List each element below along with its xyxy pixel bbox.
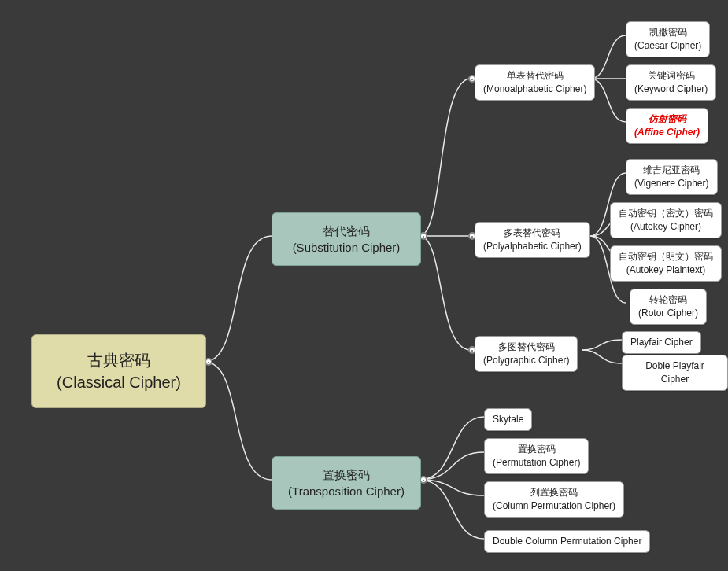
- leaf-label: Doble Playfair Cipher: [630, 359, 719, 386]
- leaf-column-permutation[interactable]: 列置换密码 (Column Permutation Cipher): [484, 481, 624, 518]
- branch-label-cn: 替代密码: [323, 223, 370, 239]
- leaf-label-cn: 自动密钥（密文）密码: [619, 207, 713, 220]
- branch-label-en: (Transposition Cipher): [288, 483, 405, 499]
- leaf-playfair[interactable]: Playfair Cipher: [622, 331, 701, 354]
- leaf-label-en: (Affine Cipher): [634, 126, 700, 139]
- root-label-en: (Classical Cipher): [57, 371, 181, 393]
- leaf-label-en: (Caesar Cipher): [634, 39, 701, 53]
- leaf-vigenere[interactable]: 维吉尼亚密码 (Vigenere Cipher): [626, 159, 718, 195]
- leaf-label: Skytale: [493, 413, 523, 426]
- leaf-label-en: (Vigenere Cipher): [634, 177, 709, 190]
- leaf-label-en: (Keyword Cipher): [634, 83, 708, 96]
- sub-monoalphabetic[interactable]: 单表替代密码 (Monoalphabetic Cipher): [475, 64, 595, 101]
- branch-label-cn: 置换密码: [323, 466, 370, 483]
- leaf-label-cn: 凯撒密码: [649, 26, 687, 39]
- sub-label-en: (Polyalphabetic Cipher): [483, 240, 582, 253]
- leaf-double-playfair[interactable]: Doble Playfair Cipher: [622, 355, 728, 391]
- leaf-affine[interactable]: 仿射密码 (Affine Cipher): [626, 108, 708, 144]
- leaf-skytale[interactable]: Skytale: [484, 408, 532, 431]
- leaf-label-en: (Rotor Cipher): [638, 307, 698, 320]
- sub-label-cn: 多表替代密码: [504, 227, 560, 240]
- branch-label-en: (Substitution Cipher): [293, 239, 401, 256]
- leaf-label-en: (Permutation Cipher): [493, 456, 580, 470]
- leaf-label-cn: 维吉尼亚密码: [643, 164, 700, 177]
- leaf-keyword[interactable]: 关键词密码 (Keyword Cipher): [626, 64, 716, 101]
- leaf-label-cn: 置换密码: [518, 443, 556, 456]
- leaf-autokey-cipher[interactable]: 自动密钥（密文）密码 (Autokey Cipher): [610, 202, 722, 238]
- leaf-label-cn: 关键词密码: [648, 69, 695, 83]
- leaf-permutation[interactable]: 置换密码 (Permutation Cipher): [484, 438, 589, 474]
- leaf-label-cn: 列置换密码: [530, 486, 578, 499]
- sub-label-cn: 多图替代密码: [498, 341, 555, 354]
- leaf-label: Double Column Permutation Cipher: [493, 535, 641, 548]
- root-node[interactable]: 古典密码 (Classical Cipher): [31, 334, 206, 408]
- leaf-rotor[interactable]: 转轮密码 (Rotor Cipher): [630, 289, 707, 325]
- leaf-double-column-permutation[interactable]: Double Column Permutation Cipher: [484, 530, 650, 553]
- leaf-autokey-plaintext[interactable]: 自动密钥（明文）密码 (Autokey Plaintext): [610, 245, 722, 282]
- sub-polygraphic[interactable]: 多图替代密码 (Polygraphic Cipher): [475, 336, 578, 372]
- leaf-label-cn: 自动密钥（明文）密码: [619, 250, 713, 263]
- sub-label-cn: 单表替代密码: [507, 69, 564, 83]
- branch-substitution[interactable]: 替代密码 (Substitution Cipher): [272, 212, 421, 266]
- leaf-caesar[interactable]: 凯撒密码 (Caesar Cipher): [626, 21, 710, 57]
- leaf-label-cn: 转轮密码: [649, 293, 687, 307]
- root-label-cn: 古典密码: [87, 349, 150, 371]
- leaf-label-en: (Autokey Plaintext): [626, 263, 706, 277]
- sub-label-en: (Polygraphic Cipher): [483, 354, 569, 367]
- leaf-label-cn: 仿射密码: [649, 112, 686, 126]
- leaf-label-en: (Column Permutation Cipher): [493, 499, 615, 513]
- branch-transposition[interactable]: 置换密码 (Transposition Cipher): [272, 456, 421, 510]
- sub-label-en: (Monoalphabetic Cipher): [483, 83, 586, 96]
- leaf-label-en: (Autokey Cipher): [630, 220, 701, 234]
- sub-polyalphabetic[interactable]: 多表替代密码 (Polyalphabetic Cipher): [475, 222, 590, 258]
- leaf-label: Playfair Cipher: [630, 336, 693, 349]
